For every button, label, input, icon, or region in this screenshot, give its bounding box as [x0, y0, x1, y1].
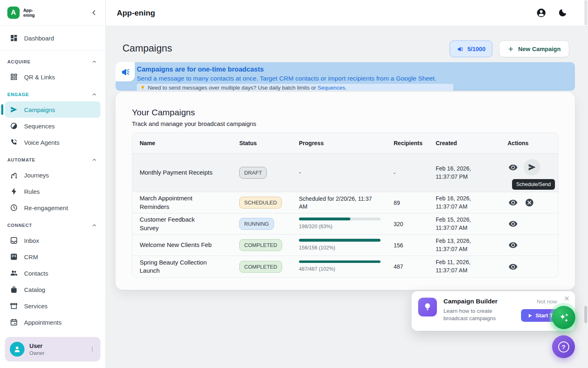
- popup-text: Campaign Builder Learn how to create bro…: [443, 298, 510, 324]
- sidebar-item-catalog[interactable]: Catalog: [5, 281, 100, 298]
- recipients-cell: 487: [394, 263, 436, 270]
- new-campaign-button[interactable]: New Campaign: [499, 40, 569, 57]
- section-acquire[interactable]: ACQUIRE: [5, 55, 100, 69]
- created-cell: Feb 16, 2026, 11:37:07 PM: [436, 165, 508, 181]
- sidebar-item-journeys[interactable]: Journeys: [5, 167, 100, 183]
- sidebar-item-dashboard[interactable]: Dashboard: [5, 30, 100, 46]
- journeys-icon: [10, 171, 18, 179]
- qr-code-icon: [10, 73, 18, 81]
- cancel-campaign-button[interactable]: [524, 197, 535, 208]
- view-campaign-button[interactable]: [508, 240, 518, 251]
- help-fab[interactable]: ?: [552, 335, 575, 358]
- close-popup-button[interactable]: [564, 295, 570, 302]
- actions-cell: [508, 261, 558, 272]
- sidebar-item-services[interactable]: Services: [5, 298, 100, 314]
- user-role: Owner: [29, 350, 45, 356]
- campaign-name: Monthly Payment Receipts: [140, 168, 239, 177]
- dark-mode-moon-icon[interactable]: [557, 8, 568, 18]
- sidebar-item-label: QR & Links: [24, 74, 55, 81]
- progress-cell: 198/320 (63%): [299, 218, 394, 230]
- sequences-link[interactable]: Sequences: [318, 85, 345, 91]
- user-name: User: [29, 343, 45, 349]
- sidebar-item-appointments[interactable]: Appointments: [5, 314, 100, 330]
- not-now-button[interactable]: Not now: [537, 298, 557, 305]
- people-icon: [10, 269, 18, 277]
- lightbulb-icon: [140, 85, 145, 90]
- kebab-menu-icon[interactable]: [89, 346, 96, 352]
- campaigns-table: Name Status Progress Recipients Created …: [132, 132, 559, 278]
- chevron-up-icon: [91, 222, 97, 228]
- section-automate[interactable]: AUTOMATE: [5, 153, 100, 167]
- status-badge: COMPLETED: [239, 239, 282, 251]
- campaign-builder-popup: Campaign Builder Learn how to create bro…: [412, 291, 575, 331]
- collapse-sidebar-button[interactable]: [90, 9, 98, 17]
- ai-assistant-fab[interactable]: [552, 306, 575, 329]
- col-progress: Progress: [299, 140, 394, 146]
- section-engage[interactable]: ENGAGE: [5, 88, 100, 101]
- recipients-cell: 320: [394, 221, 436, 227]
- user-info: User Owner: [29, 343, 45, 356]
- schedule-send-tooltip: Schedule/Send: [512, 179, 555, 190]
- banner-tip: Need to send messages over multiple days…: [137, 84, 453, 91]
- campaign-name: March Appointment Reminders: [140, 194, 211, 211]
- app-logo-text: App- ening: [23, 8, 35, 18]
- megaphone-icon: [457, 45, 464, 53]
- progress-label: 156/156 (102%): [299, 245, 381, 251]
- eye-icon: [508, 198, 518, 207]
- calendar-icon: [10, 318, 18, 326]
- eye-icon: [508, 262, 518, 272]
- question-mark-icon: ?: [558, 341, 569, 352]
- campaign-name: Welcome New Clients Feb: [140, 241, 239, 249]
- status-badge: DRAFT: [239, 167, 267, 179]
- table-row: Customer Feedback Survey RUNNING 198/320…: [132, 213, 558, 235]
- card-subtitle: Track and manage your broadcast campaign…: [132, 120, 559, 127]
- progress-cell: 156/156 (102%): [299, 239, 394, 251]
- banner-body: Campaigns are for one-time broadcasts Se…: [135, 62, 575, 91]
- sidebar-item-campaigns[interactable]: Campaigns: [5, 101, 100, 118]
- new-campaign-label: New Campaign: [518, 46, 561, 52]
- account-icon[interactable]: [536, 8, 546, 18]
- campaigns-card: Your Campaigns Track and manage your bro…: [116, 92, 575, 290]
- header-actions: [536, 8, 577, 18]
- scrollbar-thumb[interactable]: [584, 306, 587, 323]
- sidebar-item-label: Re-engagement: [24, 204, 68, 211]
- col-status: Status: [239, 140, 299, 146]
- eye-icon: [508, 163, 518, 172]
- sidebar-item-crm[interactable]: CRM: [5, 249, 100, 265]
- sidebar-item-voice-agents[interactable]: Voice Agents: [5, 134, 100, 150]
- sidebar-item-sequences[interactable]: Sequences: [5, 118, 100, 134]
- dashboard-icon: [10, 34, 18, 42]
- clock-icon: [10, 204, 18, 212]
- sidebar-item-contacts[interactable]: Contacts: [5, 265, 100, 281]
- col-actions: Actions: [508, 140, 558, 146]
- sidebar-nav: Dashboard ACQUIRE QR & Links ENGAGE Camp…: [0, 26, 105, 330]
- recipients-cell: 156: [394, 242, 436, 249]
- sidebar-item-rules[interactable]: Rules: [5, 183, 100, 200]
- top-header: App-ening: [106, 0, 588, 26]
- shopping-bag-icon: [10, 285, 18, 294]
- kanban-icon: [10, 253, 18, 261]
- sidebar-item-inbox[interactable]: Inbox: [5, 232, 100, 249]
- schedule-send-button[interactable]: [524, 159, 540, 175]
- app-title: App-ening: [117, 9, 155, 18]
- view-campaign-button[interactable]: [508, 162, 518, 173]
- scrollbar-thumb[interactable]: [584, 0, 588, 25]
- view-campaign-button[interactable]: [508, 197, 518, 208]
- view-campaign-button[interactable]: [508, 219, 518, 229]
- sidebar-item-reengagement[interactable]: Re-engagement: [5, 200, 100, 216]
- sidebar-item-label: Campaigns: [24, 106, 55, 113]
- campaign-quota-badge[interactable]: 5/1000: [450, 40, 492, 57]
- quota-label: 5/1000: [468, 46, 486, 52]
- popup-description: Learn how to create broadcast campaigns: [443, 307, 510, 322]
- play-icon: [528, 313, 532, 318]
- info-banner: Campaigns are for one-time broadcasts Se…: [116, 62, 575, 91]
- user-card[interactable]: User Owner: [5, 337, 100, 361]
- sidebar-item-qr-links[interactable]: QR & Links: [5, 69, 100, 85]
- recipients-cell: -: [394, 170, 436, 176]
- actions-cell: [508, 240, 558, 251]
- sidebar-item-label: Rules: [24, 188, 40, 195]
- section-connect[interactable]: CONNECT: [5, 218, 100, 232]
- created-cell: Feb 16, 2026, 11:37:07 AM: [436, 195, 508, 211]
- view-campaign-button[interactable]: [508, 261, 518, 272]
- megaphone-icon: [120, 67, 131, 77]
